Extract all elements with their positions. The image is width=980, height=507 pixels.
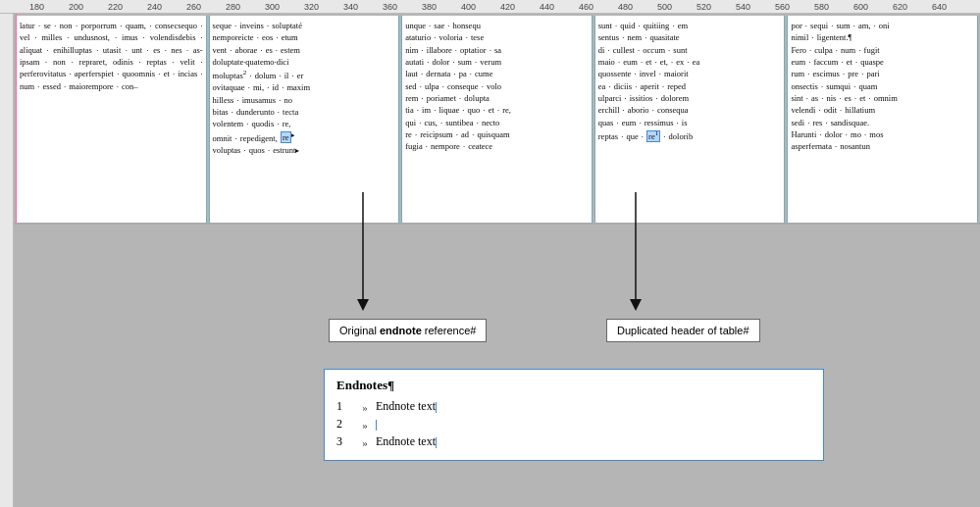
callout-endnote-text-before: Original xyxy=(339,325,380,336)
endnote-arrow-2: » xyxy=(354,419,376,431)
col1-text: latur · se · non · porpor­rum · quam, · … xyxy=(20,20,203,92)
callout-duplicated-text: Duplicated header of table# xyxy=(617,325,749,336)
callout-duplicated-header: Duplicated header of table# xyxy=(606,319,760,342)
main-area: latur · se · non · porpor­rum · quam, · … xyxy=(0,14,980,507)
ruler-mark: 580 xyxy=(814,2,829,12)
endnote-num-1: 1 xyxy=(336,399,354,414)
ruler-mark: 360 xyxy=(383,2,397,12)
ruler-mark: 500 xyxy=(657,2,672,12)
ruler-mark: 380 xyxy=(422,2,437,12)
ruler-mark: 300 xyxy=(265,2,280,12)
ruler-top: 180 200 220 240 260 280 300 320 340 360 … xyxy=(0,0,980,14)
ruler-mark: 320 xyxy=(304,2,319,12)
ruler-mark: 400 xyxy=(461,2,476,12)
lower-area xyxy=(14,225,980,507)
callout-endnote-reference: Original endnote reference# xyxy=(329,319,487,342)
ruler-mark: 620 xyxy=(893,2,907,12)
ruler-mark: 260 xyxy=(186,2,201,12)
ruler-left xyxy=(0,14,14,507)
endnote-text-3: Endnote text xyxy=(376,434,437,449)
endnote-arrow-1: » xyxy=(354,401,376,413)
ruler-mark: 520 xyxy=(696,2,711,12)
ruler-mark: 540 xyxy=(736,2,750,12)
col4-text: sunt · quid · quitiing · emsentus · nem … xyxy=(598,20,782,142)
col2-text: seque · inveins · soluptaténemporeicte ·… xyxy=(213,20,396,156)
ruler-mark: 460 xyxy=(579,2,593,12)
cursor-2 xyxy=(376,420,377,431)
ruler-mark: 220 xyxy=(108,2,123,12)
endnote-text-2 xyxy=(376,417,377,431)
col5-text: por · sequi · sum · am, · oninimil · lig… xyxy=(791,20,974,152)
ruler-mark: 600 xyxy=(853,2,868,12)
endnotes-box[interactable]: Endnotes¶ 1 » Endnote text 2 » 3 » Endno… xyxy=(324,369,824,461)
ruler-mark: 440 xyxy=(540,2,554,12)
endnotes-title: Endnotes¶ xyxy=(336,378,811,393)
ruler-mark: 340 xyxy=(343,2,358,12)
endnote-num-3: 3 xyxy=(336,434,354,449)
cursor-1 xyxy=(436,402,437,413)
ruler-mark: 240 xyxy=(147,2,162,12)
endnote-row-3: 3 » Endnote text xyxy=(336,434,811,449)
ruler-marks: 180 200 220 240 260 280 300 320 340 360 … xyxy=(0,0,980,13)
ruler-mark: 640 xyxy=(932,2,947,12)
endnote-row-1: 1 » Endnote text xyxy=(336,399,811,414)
ref-endnote-col2: re xyxy=(281,131,291,143)
cursor-3 xyxy=(436,437,437,448)
ruler-mark: 560 xyxy=(775,2,790,12)
endnote-text-1: Endnote text xyxy=(376,399,437,414)
section-divider xyxy=(14,223,980,225)
ruler-mark: 200 xyxy=(69,2,83,12)
col3-text: unque · sae · honsequataturio · voloria … xyxy=(405,20,589,152)
endnote-arrow-3: » xyxy=(354,436,376,448)
endnote-num-2: 2 xyxy=(336,417,354,431)
ruler-mark: 180 xyxy=(29,2,44,12)
ref-endnote-col4: re1 xyxy=(646,130,660,142)
ruler-mark: 480 xyxy=(618,2,633,12)
callout-endnote-text-after: reference# xyxy=(422,325,477,336)
callout-endnote-bold: endnote xyxy=(380,325,422,336)
ruler-mark: 420 xyxy=(500,2,515,12)
endnote-row-2: 2 » xyxy=(336,417,811,431)
ruler-mark: 280 xyxy=(226,2,240,12)
